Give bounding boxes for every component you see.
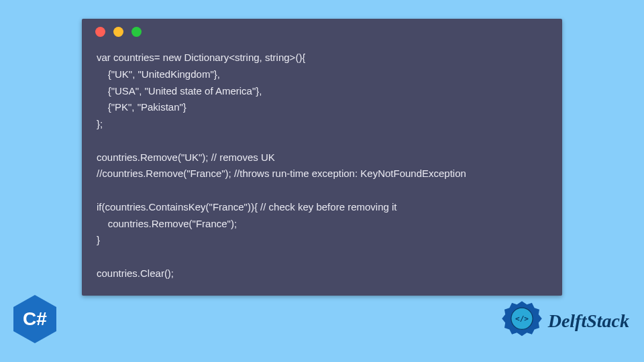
maximize-icon[interactable] — [131, 27, 142, 37]
close-icon[interactable] — [95, 27, 105, 37]
window-titlebar — [82, 19, 562, 44]
csharp-hexagon-icon: C# — [13, 295, 56, 343]
code-window: var countries= new Dictionary<string, st… — [82, 19, 562, 296]
csharp-badge: C# — [13, 295, 56, 343]
svg-text:</>: </> — [515, 314, 529, 323]
minimize-icon[interactable] — [113, 27, 123, 37]
brand-gear-icon: </> — [501, 300, 543, 342]
csharp-badge-label: C# — [23, 308, 47, 330]
code-block: var countries= new Dictionary<string, st… — [82, 44, 562, 296]
brand-logo: </> DelftStack — [501, 300, 629, 342]
brand-name: DelftStack — [548, 310, 629, 332]
